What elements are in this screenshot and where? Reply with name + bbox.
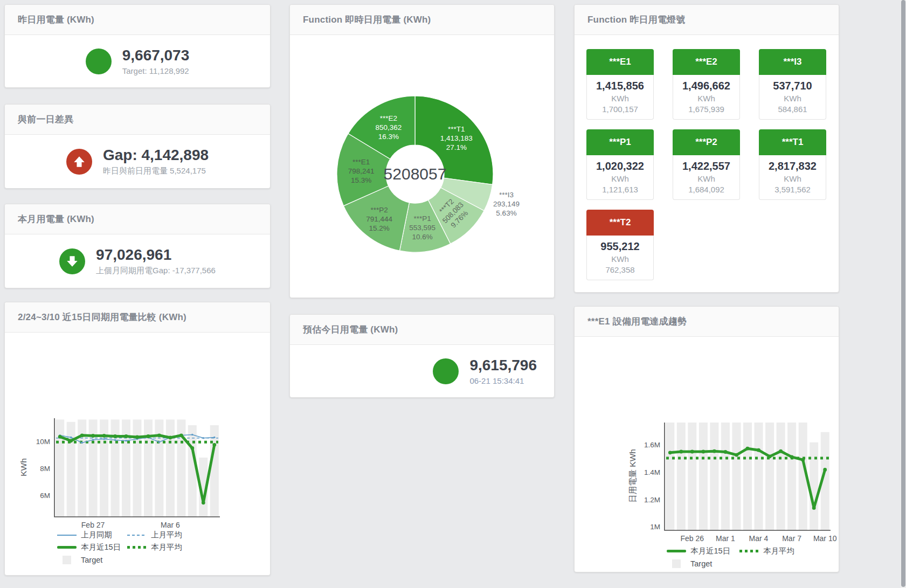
y-tick-label: 10M — [36, 438, 50, 446]
x-tick-label: Mar 4 — [749, 534, 769, 543]
data-point[interactable] — [713, 449, 716, 453]
data-point[interactable] — [58, 435, 62, 439]
data-point[interactable] — [125, 440, 127, 442]
data-point[interactable] — [80, 433, 84, 437]
stat: 9,667,073 Target: 11,128,992 — [86, 47, 190, 75]
data-point[interactable] — [191, 434, 193, 436]
stat-timestamp: 06-21 15:34:41 — [469, 376, 537, 385]
data-point[interactable] — [757, 448, 760, 452]
data-point[interactable] — [668, 451, 672, 454]
tile-unit: KWh — [760, 94, 825, 103]
panel-compare-chart: 2/24~3/10 近15日同期用電量比較 (KWh) 6M8M10MFeb 2… — [4, 302, 271, 576]
panel-body: 97,026,961 上個月同期用電Gap: -17,377,566 — [5, 234, 270, 288]
trend-line-chart: 1M1.2M1.4M1.6MFeb 26Mar 1Mar 4Mar 7Mar 1… — [575, 337, 840, 573]
data-point[interactable] — [92, 439, 94, 441]
stat-value: 9,615,796 — [469, 357, 537, 374]
data-point[interactable] — [81, 442, 83, 444]
svg-text:553,595: 553,595 — [409, 224, 435, 232]
data-point[interactable] — [102, 434, 106, 438]
legend-item-本月近15日[interactable]: 本月近15日 — [667, 545, 739, 557]
tile-status-header: ***T2 — [586, 210, 654, 236]
data-point[interactable] — [69, 439, 73, 442]
data-point[interactable] — [746, 447, 750, 451]
scrollbar-track[interactable] — [901, 0, 906, 588]
data-point[interactable] — [690, 450, 694, 454]
data-point[interactable] — [702, 450, 706, 454]
panel-title: 2/24~3/10 近15日同期用電量比較 (KWh) — [18, 311, 186, 323]
target-bar — [732, 423, 741, 530]
tile-target-value: 1,675,939 — [674, 105, 738, 114]
data-point[interactable] — [768, 455, 772, 459]
data-point[interactable] — [735, 453, 738, 457]
tile-status-header: ***P2 — [673, 129, 740, 155]
donut-chart: ***T11,413,18327.1%***I3293,1495.63%***T… — [290, 35, 555, 299]
data-point[interactable] — [202, 501, 205, 504]
legend-item-Target[interactable]: Target — [57, 554, 127, 566]
light-tile-P1: ***P11,020,322KWh1,121,613 — [586, 129, 654, 200]
data-point[interactable] — [823, 468, 827, 472]
tile-status-header: ***P1 — [586, 129, 654, 155]
data-point[interactable] — [679, 450, 683, 454]
data-point[interactable] — [91, 434, 95, 438]
stat-subtitle: 昨日與前日用電量 5,524,175 — [103, 166, 209, 176]
data-point[interactable] — [169, 436, 172, 440]
legend-item-本月平均[interactable]: 本月平均 — [127, 541, 197, 554]
y-tick-label: 1.6M — [644, 441, 660, 449]
stat-value: Gap: 4,142,898 — [103, 147, 209, 164]
target-bar — [810, 442, 818, 530]
compare-legend: 上月同期上月平均本月近15日本月平均Target — [57, 529, 219, 566]
svg-text:***I3: ***I3 — [499, 191, 514, 199]
data-point[interactable] — [125, 434, 128, 438]
legend-item-上月同期[interactable]: 上月同期 — [57, 529, 127, 541]
data-point[interactable] — [790, 455, 794, 459]
status-circle-icon — [86, 49, 112, 74]
data-point[interactable] — [724, 450, 728, 454]
data-point[interactable] — [179, 433, 183, 437]
data-point[interactable] — [812, 506, 816, 510]
data-point[interactable] — [114, 439, 116, 441]
tile-unit: KWh — [588, 254, 652, 264]
stat: 9,615,796 06-21 15:34:41 — [433, 357, 537, 385]
panel-header: 與前一日差異 — [5, 105, 270, 135]
tile-value: 537,710 — [760, 80, 825, 92]
data-point[interactable] — [801, 458, 805, 462]
target-bar — [743, 423, 752, 530]
gray-square-swatch-icon — [57, 556, 77, 564]
data-point[interactable] — [212, 443, 216, 447]
legend-item-上月平均[interactable]: 上月平均 — [127, 529, 197, 541]
data-point[interactable] — [158, 441, 161, 444]
data-point[interactable] — [70, 437, 72, 439]
svg-text:1,413,183: 1,413,183 — [440, 134, 473, 142]
data-point[interactable] — [147, 434, 150, 438]
data-point[interactable] — [103, 438, 105, 440]
data-point[interactable] — [213, 437, 216, 439]
green-line-swatch-icon — [667, 547, 686, 556]
panel-header: 2/24~3/10 近15日同期用電量比較 (KWh) — [5, 302, 270, 333]
legend-item-Target[interactable]: Target — [667, 557, 739, 570]
panel-realtime-donut: Function 即時日用電量 (KWh) ***T11,413,18327.1… — [289, 4, 555, 298]
data-point[interactable] — [779, 449, 783, 453]
target-bar — [787, 423, 796, 530]
scrollbar-thumb[interactable] — [901, 0, 905, 587]
target-bar — [188, 425, 197, 517]
svg-text:16.3%: 16.3% — [378, 133, 399, 141]
tile-value: 955,212 — [588, 240, 652, 253]
data-point[interactable] — [203, 437, 205, 439]
target-bar — [166, 420, 175, 517]
data-point[interactable] — [113, 434, 117, 438]
data-point[interactable] — [190, 446, 194, 450]
data-point[interactable] — [157, 433, 161, 437]
panel-title: Function 即時日用電量 (KWh) — [303, 13, 431, 26]
svg-text:***E2: ***E2 — [380, 114, 397, 122]
status-circle-icon — [433, 358, 459, 384]
tile-body: 1,415,856KWh1,700,157 — [586, 75, 654, 120]
tile-target-value: 1,121,613 — [588, 185, 652, 194]
target-bar — [210, 425, 219, 517]
svg-text:***E1: ***E1 — [352, 158, 370, 166]
data-point[interactable] — [135, 435, 139, 439]
legend-item-本月平均[interactable]: 本月平均 — [739, 545, 812, 557]
legend-item-本月近15日[interactable]: 本月近15日 — [57, 541, 127, 554]
light-tile-P2: ***P21,422,557KWh1,684,092 — [673, 129, 740, 200]
panel-title: 預估今日用電量 (KWh) — [303, 323, 398, 336]
svg-text:850,362: 850,362 — [375, 123, 402, 132]
